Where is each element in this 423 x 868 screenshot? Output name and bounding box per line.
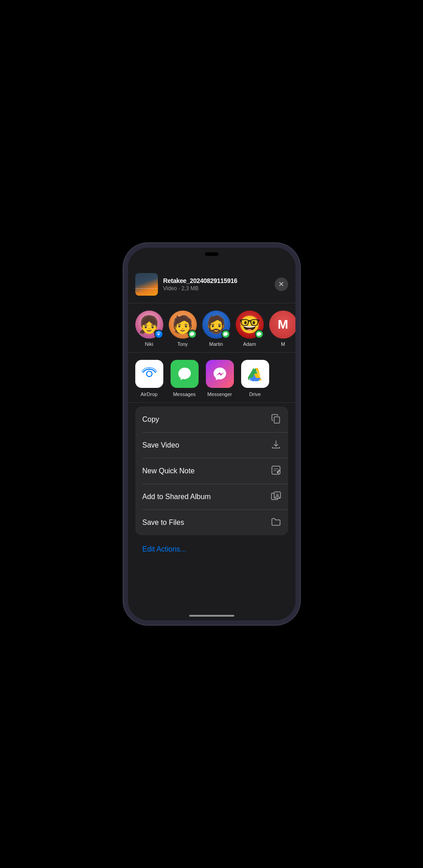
new-quick-note-action[interactable]: New Quick Note	[135, 458, 288, 484]
contact-name-martin: Martin	[209, 341, 223, 347]
actions-section: Copy Save Video	[128, 403, 295, 557]
action-group: Copy Save Video	[135, 406, 288, 535]
messages-icon	[171, 360, 199, 388]
notch	[205, 252, 219, 256]
save-video-action[interactable]: Save Video	[135, 432, 288, 458]
save-video-label: Save Video	[143, 441, 180, 449]
svg-point-0	[146, 371, 152, 377]
contact-tony[interactable]: Tony	[169, 311, 197, 347]
add-shared-album-action[interactable]: Add to Shared Album	[135, 484, 288, 509]
close-button[interactable]: ✕	[275, 278, 288, 291]
app-name-messages: Messages	[173, 392, 195, 397]
messages-badge-tony	[188, 330, 197, 339]
contact-m[interactable]: M	[269, 311, 295, 347]
home-indicator	[189, 615, 234, 617]
edit-actions[interactable]: Edit Actions...	[135, 539, 288, 557]
save-files-icon	[271, 517, 281, 528]
contact-adam[interactable]: Adam	[236, 311, 264, 347]
share-header: Retakee_20240829115916 Video · 2,3 MB ✕	[128, 266, 295, 303]
save-to-files-action[interactable]: Save to Files	[135, 509, 288, 535]
messages-badge-martin	[221, 330, 230, 339]
phone-frame: Retakee_20240829115916 Video · 2,3 MB ✕	[124, 243, 300, 625]
phone-background: Retakee_20240829115916 Video · 2,3 MB ✕	[128, 248, 295, 620]
save-video-icon	[271, 439, 281, 451]
contact-name-niki: Niki	[145, 341, 153, 347]
contact-avatar-m	[269, 311, 295, 339]
contact-name-m: M	[281, 341, 285, 347]
airdrop-badge-niki	[154, 330, 163, 339]
close-icon: ✕	[278, 281, 284, 288]
share-info: Retakee_20240829115916 Video · 2,3 MB	[163, 277, 275, 292]
contact-avatar-tony	[169, 311, 197, 339]
new-quick-note-label: New Quick Note	[143, 467, 195, 475]
shared-album-icon	[271, 491, 281, 502]
copy-label: Copy	[143, 415, 159, 424]
contact-avatar-adam	[236, 311, 264, 339]
contacts-section: Niki Tony	[128, 303, 295, 353]
app-drive[interactable]: Drive	[241, 360, 269, 397]
copy-action[interactable]: Copy	[135, 406, 288, 432]
share-meta: Video · 2,3 MB	[163, 285, 275, 292]
quick-note-icon	[271, 465, 281, 476]
app-airdrop[interactable]: AirDrop	[135, 360, 163, 397]
save-to-files-label: Save to Files	[143, 519, 184, 527]
add-shared-album-label: Add to Shared Album	[143, 493, 211, 501]
contact-avatar-niki	[135, 311, 163, 339]
app-messenger[interactable]: Messenger	[206, 360, 234, 397]
contact-avatar-martin	[202, 311, 230, 339]
contact-name-adam: Adam	[243, 341, 256, 347]
copy-icon	[271, 414, 281, 425]
contacts-scroll: Niki Tony	[128, 311, 295, 347]
edit-actions-label: Edit Actions...	[143, 545, 186, 553]
contact-name-tony: Tony	[177, 341, 188, 347]
svg-rect-2	[274, 417, 280, 423]
apps-scroll: AirDrop Messages	[128, 360, 295, 397]
contact-martin[interactable]: Martin	[202, 311, 230, 347]
avatar-image-m	[269, 311, 295, 339]
messages-badge-adam	[255, 330, 264, 339]
app-messages[interactable]: Messages	[171, 360, 199, 397]
share-thumbnail	[135, 273, 158, 296]
airdrop-icon	[135, 360, 163, 388]
share-sheet: Retakee_20240829115916 Video · 2,3 MB ✕	[128, 266, 295, 620]
apps-section: AirDrop Messages	[128, 353, 295, 403]
messenger-icon	[206, 360, 234, 388]
app-name-drive: Drive	[249, 392, 261, 397]
app-name-messenger: Messenger	[207, 392, 232, 397]
share-filename: Retakee_20240829115916	[163, 277, 275, 284]
contact-niki[interactable]: Niki	[135, 311, 163, 347]
app-name-airdrop: AirDrop	[141, 392, 157, 397]
drive-icon	[241, 360, 269, 388]
